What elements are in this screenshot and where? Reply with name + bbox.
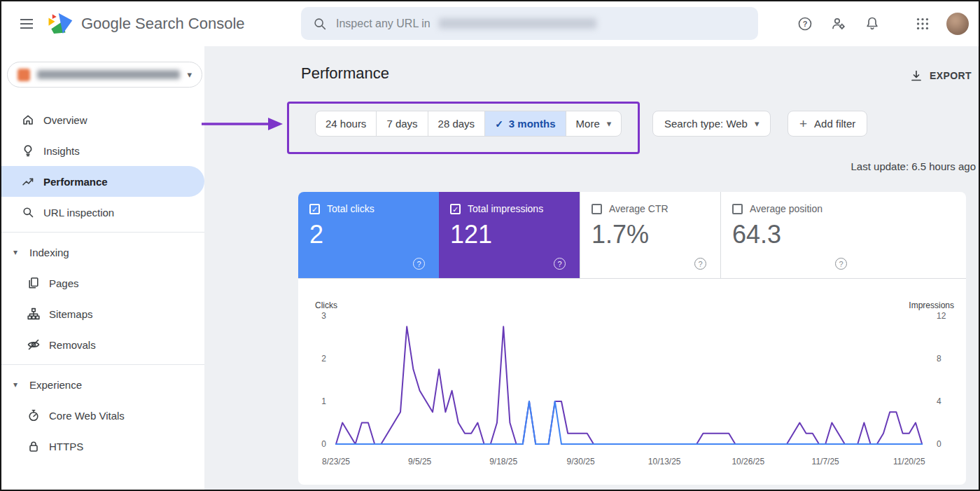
- range-label: 28 days: [438, 118, 475, 130]
- apps-grid-icon: [915, 16, 930, 32]
- add-filter-button[interactable]: + Add filter: [788, 111, 867, 137]
- property-favicon: [18, 69, 30, 81]
- metric-label: Average position: [750, 203, 822, 214]
- app-logo[interactable]: Google Search Console: [48, 13, 245, 36]
- checkbox-unchecked-icon[interactable]: [732, 204, 743, 214]
- divider: [1, 232, 204, 233]
- sidebar-item-insights[interactable]: Insights: [1, 135, 204, 166]
- tick-label: 1: [321, 396, 326, 406]
- divider: [1, 364, 204, 365]
- url-inspection-searchbar[interactable]: Inspect any URL in: [301, 7, 758, 40]
- range-7-days-button[interactable]: 7 days: [376, 111, 427, 136]
- checkbox-checked-icon[interactable]: ✓: [450, 204, 461, 214]
- sidebar-item-label: HTTPS: [49, 441, 83, 452]
- magnifier-icon: [21, 205, 35, 219]
- annotation-arrow: [198, 113, 285, 134]
- sidebar-nav: Overview Insights Performance URL inspec…: [1, 104, 204, 462]
- date-range-group: 24 hours 7 days 28 days ✓ 3 months More …: [315, 111, 622, 137]
- tick-label: 11/20/25: [893, 457, 925, 466]
- sidebar-item-performance[interactable]: Performance: [1, 166, 204, 197]
- sidebar-item-label: Removals: [49, 339, 96, 351]
- performance-panel: ✓ Total clicks 2 ? ✓ Total impressions 1…: [298, 192, 966, 485]
- eye-off-icon: [27, 338, 41, 352]
- metric-value: 121: [450, 220, 568, 249]
- sidebar-item-overview[interactable]: Overview: [1, 104, 204, 135]
- tick-label: 2: [321, 354, 326, 364]
- range-3-months-button[interactable]: ✓ 3 months: [484, 111, 565, 136]
- svg-text:?: ?: [803, 20, 808, 28]
- sidebar-item-label: Sitemaps: [49, 308, 93, 320]
- sidebar-item-https[interactable]: HTTPS: [1, 431, 204, 462]
- sidebar-section-experience[interactable]: ▾ Experience: [1, 369, 204, 400]
- search-placeholder: Inspect any URL in: [336, 18, 430, 30]
- tick-label: 4: [937, 396, 941, 406]
- tick-label: 3: [321, 311, 326, 321]
- sidebar-item-core-web-vitals[interactable]: Core Web Vitals: [1, 400, 204, 431]
- menu-icon[interactable]: [13, 10, 41, 38]
- axis-label: Impressions: [909, 300, 954, 310]
- metric-value: 1.7%: [592, 220, 709, 249]
- download-icon: [910, 69, 923, 82]
- avatar[interactable]: [946, 13, 969, 35]
- apps-grid-button[interactable]: [909, 10, 937, 38]
- metric-label: Total clicks: [327, 203, 374, 214]
- help-icon[interactable]: ?: [694, 258, 706, 270]
- plus-icon: +: [799, 117, 807, 130]
- total-impressions-card[interactable]: ✓ Total impressions 121 ?: [439, 192, 580, 278]
- range-more-button[interactable]: More ▾: [566, 111, 622, 136]
- average-position-card[interactable]: Average position 64.3 ?: [720, 192, 861, 278]
- user-settings-icon: [830, 15, 847, 32]
- tick-label: 0: [937, 439, 941, 449]
- trending-up-icon: [21, 174, 35, 188]
- sidebar-section-label: Experience: [29, 379, 82, 391]
- add-filter-label: Add filter: [814, 118, 855, 130]
- sidebar-item-pages[interactable]: Pages: [1, 268, 204, 298]
- bell-icon: [864, 15, 881, 32]
- sidebar-item-label: Overview: [43, 114, 88, 126]
- property-selector[interactable]: ▾: [7, 62, 202, 88]
- help-icon: ?: [797, 15, 813, 32]
- range-24-hours-button[interactable]: 24 hours: [316, 111, 376, 136]
- tick-label: 9/30/25: [567, 457, 595, 466]
- sidebar: ▾ Overview Insights Performance: [1, 46, 204, 490]
- checkbox-unchecked-icon[interactable]: [592, 204, 602, 214]
- tick-label: 11/7/25: [812, 457, 839, 466]
- export-label: EXPORT: [930, 70, 972, 81]
- help-icon[interactable]: ?: [835, 258, 847, 270]
- topbar: Google Search Console Inspect any URL in…: [1, 1, 979, 46]
- help-icon[interactable]: ?: [554, 258, 566, 270]
- help-icon[interactable]: ?: [413, 258, 425, 270]
- export-button[interactable]: EXPORT: [910, 63, 972, 88]
- sidebar-item-label: Insights: [43, 145, 80, 157]
- checkbox-checked-icon[interactable]: ✓: [309, 204, 320, 214]
- range-label: 3 months: [509, 118, 556, 130]
- search-icon: [312, 16, 328, 32]
- user-settings-button[interactable]: [825, 10, 853, 38]
- sidebar-item-label: Core Web Vitals: [49, 410, 125, 422]
- lock-icon: [27, 439, 41, 453]
- sidebar-item-sitemaps[interactable]: Sitemaps: [1, 298, 204, 329]
- range-label: 24 hours: [326, 118, 366, 130]
- performance-chart: ClicksImpressions0123048128/23/259/5/259…: [298, 297, 966, 472]
- tick-label: 8/23/25: [322, 457, 350, 466]
- metric-cards: ✓ Total clicks 2 ? ✓ Total impressions 1…: [298, 192, 966, 279]
- help-button[interactable]: ?: [791, 10, 819, 38]
- axis-label: Clicks: [315, 300, 337, 310]
- pages-icon: [27, 276, 41, 290]
- tick-label: 9/18/25: [489, 457, 517, 466]
- last-update-text: Last update: 6.5 hours ago: [851, 160, 976, 172]
- notifications-button[interactable]: [858, 10, 886, 38]
- chevron-down-icon: ▾: [13, 247, 22, 257]
- search-type-button[interactable]: Search type: Web ▾: [652, 111, 771, 137]
- chevron-down-icon: ▾: [607, 119, 612, 128]
- sidebar-section-indexing[interactable]: ▾ Indexing: [1, 237, 204, 268]
- sidebar-item-label: Performance: [43, 176, 108, 188]
- average-ctr-card[interactable]: Average CTR 1.7% ?: [580, 192, 720, 278]
- sidebar-item-removals[interactable]: Removals: [1, 329, 204, 360]
- total-clicks-card[interactable]: ✓ Total clicks 2 ?: [298, 192, 439, 278]
- google-search-console-app: Google Search Console Inspect any URL in…: [0, 0, 980, 491]
- tick-label: 12: [937, 311, 946, 321]
- range-28-days-button[interactable]: 28 days: [428, 111, 485, 136]
- sidebar-item-url-inspection[interactable]: URL inspection: [1, 197, 204, 228]
- sidebar-section-label: Indexing: [29, 247, 69, 258]
